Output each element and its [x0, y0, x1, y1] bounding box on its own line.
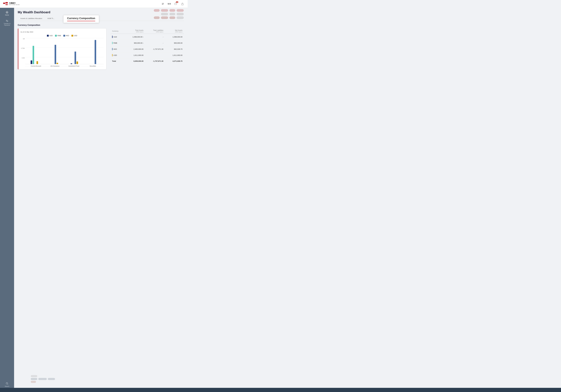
- lock-button[interactable]: [180, 2, 184, 6]
- svg-rect-0: [3, 3, 5, 4]
- currency-label-rmb: RMB: [112, 42, 123, 44]
- total-label: Total: [110, 58, 124, 64]
- x-label-current-account: Current Account: [26, 65, 45, 67]
- bar-investment-fund-hkd: [75, 52, 76, 64]
- sidebar-item-search[interactable]: Search: [0, 380, 14, 389]
- currency-table: Currency Total Assets (HKD equiv.) Total…: [110, 28, 184, 64]
- total-total-liabilities: -1,737,971.30: [145, 58, 165, 64]
- svg-line-10: [8, 384, 8, 384]
- nav-right: 繁體 26: [161, 2, 184, 6]
- tab-assets[interactable]: Assets & Liabilities Allocation: [18, 16, 45, 21]
- notification-button[interactable]: 26: [173, 2, 178, 6]
- sidebar-label-home: Home: [5, 14, 9, 16]
- y-label-075m: 0.75M: [21, 48, 25, 49]
- currency-label-hkd: HKD: [112, 48, 123, 50]
- svg-rect-1: [5, 2, 8, 3]
- table-row-rmb: RMB 900,000.00 ‹ - 900,000.00: [110, 40, 184, 46]
- search-icon: [6, 382, 9, 385]
- x-label-securities: Securities: [83, 65, 102, 67]
- currency-composition-popup: Currency Composition: [63, 15, 99, 23]
- notification-count: 26: [176, 1, 178, 3]
- bar-life-insurance-usd: [56, 63, 58, 64]
- sidebar-label-transfers: Transfers & Payments: [1, 23, 13, 26]
- chart-date: As of 21 Mar 2022: [21, 31, 104, 33]
- aud-total-assets: 1,098,000.00 ›: [124, 34, 145, 40]
- decorative-blobs: [159, 8, 188, 23]
- currency-label-usd: USD: [112, 54, 123, 56]
- bank-logo: 大新銀行 DAH SING BANK: [3, 2, 20, 6]
- bar-group-life-insurance: [46, 45, 62, 64]
- table-row-usd: USD 1,611,000.00 1,611,000.00: [110, 52, 184, 58]
- bar-current-account-aud: [31, 60, 32, 64]
- tab-aum[interactable]: AUM Tr...: [45, 16, 57, 21]
- hkd-total-liabilities: -1,737,971.30: [145, 46, 165, 52]
- chart-x-labels: Current Account Life Insurance Investmen…: [25, 65, 104, 67]
- table-row-aud: AUD 1,098,000.00 › - 1,098,000.00: [110, 34, 184, 40]
- transfers-icon: [6, 19, 9, 22]
- aud-net-assets: 1,098,000.00: [165, 34, 184, 40]
- bottom-bar: [0, 388, 188, 392]
- grid-icon: [162, 2, 164, 5]
- y-label-1m: 1M: [21, 38, 25, 40]
- side-marker: [18, 29, 18, 69]
- rmb-total-assets: 900,000.00 ‹: [124, 40, 145, 46]
- th-net-assets: Net Assets (HKD equiv.): [165, 28, 184, 34]
- bar-group-current-account: [26, 46, 42, 64]
- top-navigation: 大新銀行 DAH SING BANK 繁體 26: [0, 0, 188, 8]
- bar-investment-fund-usd: [76, 62, 78, 64]
- sidebar-item-home[interactable]: Home: [0, 9, 14, 18]
- sidebar-item-transfers[interactable]: Transfers & Payments: [0, 18, 14, 28]
- currency-label-aud: AUD: [112, 36, 123, 38]
- hkd-net-assets: 662,028.70: [165, 46, 184, 52]
- currency-dot-usd: [112, 54, 113, 56]
- bar-securities-hkd: [95, 40, 96, 64]
- chart-bars: [25, 38, 104, 64]
- page-title: My Wealth Dashboard: [18, 10, 184, 14]
- hkd-total-assets: 2,400,000.00: [124, 46, 145, 52]
- bank-name-en: DAH SING BANK: [9, 4, 20, 5]
- y-label-05m: 0.5M: [21, 57, 25, 59]
- table-row-hkd: HKD 2,400,000.00 -1,737,971.30 662,028.7…: [110, 46, 184, 52]
- bar-current-account-rmb: [32, 46, 34, 64]
- legend-swatch-rmb: [55, 35, 57, 37]
- bank-name: 大新銀行 DAH SING BANK: [9, 2, 20, 5]
- table-row-total: Total 6,009,000.00 -1,737,971.30 4,271,0…: [110, 58, 184, 64]
- legend-swatch-hkd: [63, 35, 65, 37]
- bar-group-investment-fund: [66, 52, 82, 64]
- section-title: Currency Composition: [18, 24, 184, 26]
- svg-rect-8: [182, 4, 183, 5]
- rmb-net-assets: 900,000.00: [165, 40, 184, 46]
- bottom-decorative-blobs: [28, 374, 58, 384]
- chart-legend: AUD RMB HKD USD: [21, 35, 104, 37]
- svg-rect-2: [5, 4, 8, 5]
- legend-rmb: RMB: [55, 35, 61, 37]
- bar-group-securities: [86, 40, 102, 64]
- tabs-bar: Assets & Liabilities Allocation AUM Tr..…: [18, 16, 184, 21]
- table-area: Currency Total Assets (HKD equiv.) Total…: [110, 28, 184, 64]
- sidebar-label-search: Search: [5, 385, 9, 387]
- currency-dot-aud: [112, 36, 113, 38]
- legend-hkd: HKD: [63, 35, 69, 37]
- usd-total-assets: 1,611,000.00: [124, 52, 145, 58]
- language-button[interactable]: 繁體: [168, 3, 171, 5]
- chart-card: As of 21 Mar 2022 AUD RMB HKD: [18, 28, 106, 70]
- chart-bars-area: Current Account Life Insurance Investmen…: [25, 38, 104, 67]
- lock-icon: [181, 2, 184, 5]
- aud-total-liabilities: -: [145, 34, 165, 40]
- legend-aud: AUD: [47, 35, 53, 37]
- legend-swatch-aud: [47, 35, 49, 37]
- main-layout: Home Transfers & Payments Search: [0, 8, 188, 392]
- total-total-assets: 6,009,000.00: [124, 58, 145, 64]
- content-area: My Wealth Dashboard Assets & Liabilities…: [14, 8, 188, 392]
- grid-icon-button[interactable]: [161, 2, 165, 6]
- sidebar: Home Transfers & Payments Search: [0, 8, 14, 392]
- rmb-total-liabilities: -: [145, 40, 165, 46]
- legend-swatch-usd: [71, 35, 73, 37]
- usd-net-assets: 1,611,000.00: [165, 52, 184, 58]
- th-total-assets: Total Assets (HKD equiv.): [124, 28, 145, 34]
- logo-icon: [3, 2, 8, 6]
- notification-icon: [174, 2, 177, 5]
- y-axis: 1M 0.75M 0.5M: [21, 38, 25, 67]
- svg-point-5: [162, 4, 163, 5]
- bar-current-account-usd: [36, 61, 38, 64]
